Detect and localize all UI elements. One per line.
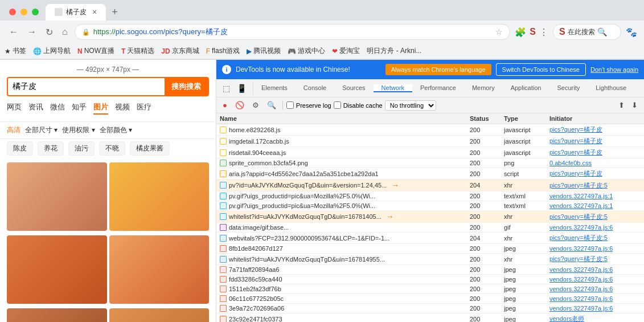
bookmark-item-2[interactable]: N NOW直播 [77,46,114,56]
sogou-tab-news[interactable]: 资讯 [28,101,43,115]
row-initiator-17[interactable]: vendors.3227497a.js:6 [549,305,641,312]
header-name[interactable]: Name [220,115,470,122]
filter-btn[interactable]: ⚙ [249,99,262,111]
tag-chenpi[interactable]: 陈皮 [7,141,33,156]
tab-security[interactable]: Security [549,84,588,92]
sogou-tab-images[interactable]: 图片 [93,101,108,115]
home-button[interactable]: ⌂ [60,26,70,38]
profile-btn[interactable]: S [530,27,536,37]
match-language-button[interactable]: Always match Chrome's language [385,64,491,75]
inspect-element-btn[interactable]: ⬚ [220,81,233,95]
bookmark-item-8[interactable]: ❤ 爱淘宝 [332,46,360,56]
image-item-3[interactable] [7,235,107,304]
network-row-7[interactable]: pv.gif?uigs_productid=pic&ua=Mozilla%2F5… [216,201,644,211]
row-initiator-6[interactable]: vendors.3227497a.js:1 [549,193,641,199]
tab-close-btn[interactable]: × [92,7,97,17]
image-item-2[interactable] [109,162,210,231]
throttling-select[interactable]: No throttling [385,100,436,111]
network-row-9[interactable]: data:image/gif;base... 200 gif vendors.3… [216,223,644,233]
tab-lighthouse[interactable]: Lighthouse [588,84,634,92]
row-initiator-12[interactable]: pics?query=橘子皮:5 [549,255,641,263]
preserve-log-input[interactable] [286,101,294,109]
export-btn[interactable]: ⬇ [629,99,641,111]
row-initiator-18[interactable]: vendors老师 [549,315,641,322]
more-btn[interactable]: ⋮ [539,27,548,38]
filter-license[interactable]: 使用权限 ▾ [62,125,95,135]
sogou-tab-medical[interactable]: 医疗 [137,101,151,115]
filter-hd[interactable]: 高清 [7,125,20,135]
bookmark-item-7[interactable]: 🎮 游戏中心 [288,46,325,56]
record-btn[interactable]: ● [220,99,230,111]
network-row-5[interactable]: pv?id=uAkJVYKdMozGquqTgD&uin=&version=1.… [216,180,644,191]
network-row-11[interactable]: 8fb1de842067d127 200 jpeg vendors.322749… [216,244,644,254]
network-row-8[interactable]: whitelist?id=uAkJVYKdMozGquqTgD&uin=1678… [216,211,644,223]
header-type[interactable]: Type [504,115,549,122]
url-bar[interactable]: 🔒 https://pic.sogou.com/pics?query=橘子皮 ☆ [75,24,511,40]
tag-buxiao[interactable]: 不晓 [99,141,125,156]
row-initiator-4[interactable]: pics?query=橘子皮 [549,169,641,178]
tab-sources[interactable]: Sources [334,84,373,92]
image-item-5[interactable] [7,308,107,322]
active-tab[interactable]: 橘子皮 × [46,4,106,21]
tag-yanghua[interactable]: 养花 [38,141,64,156]
network-row-6[interactable]: pv.gif?uigs_productid=pic&ua=Mozilla%2F5… [216,191,644,201]
bookmark-item-1[interactable]: 🌐 上网导航 [33,46,71,56]
network-row-4[interactable]: aria.js?appid=c4d5562ec7daa12a5a351cbe1a… [216,168,644,180]
tab-elements[interactable]: Elements [253,84,296,92]
row-initiator-7[interactable]: vendors.3227497a.js:1 [549,202,641,209]
bookmark-item-5[interactable]: F flash游戏 [206,46,240,56]
header-status[interactable]: Status [470,115,504,122]
sogou-search-button[interactable]: 搜狗搜索 [165,78,208,95]
device-mode-btn[interactable]: 📱 [234,81,249,95]
network-row-15[interactable]: 1511eb2fa23df76b 200 jpeg vendors.322749… [216,284,644,294]
network-row-2[interactable]: risdetail.904ceeaa.js 200 javascript pic… [216,147,644,158]
image-item-4[interactable] [109,235,210,304]
sogou-tab-wechat[interactable]: 微信 [50,101,65,115]
reload-button[interactable]: ↻ [43,26,55,39]
search-box[interactable]: S 在此搜索 🔍 [553,24,621,40]
sogou-tab-webpage[interactable]: 网页 [7,101,22,115]
sogou-tab-zhihu[interactable]: 知乎 [72,101,87,115]
image-item-1[interactable] [7,162,107,231]
image-item-6[interactable] [109,308,210,322]
network-row-0[interactable]: home.e8292268.js 200 javascript pics?que… [216,124,644,136]
back-button[interactable]: ← [7,26,20,38]
row-initiator-0[interactable]: pics?query=橘子皮 [549,125,641,134]
row-initiator-1[interactable]: pics?query=橘子皮 [549,137,641,145]
network-row-14[interactable]: fdd33286c59ca440 200 jpeg vendors.322749… [216,275,644,284]
tag-jam[interactable]: 橘皮果酱 [130,141,170,156]
tag-youwu[interactable]: 油污 [68,141,95,156]
disable-cache-input[interactable] [334,101,341,109]
import-btn[interactable]: ⬆ [616,99,627,111]
network-row-17[interactable]: 3e9a72c702696a06 200 jpeg vendors.322749… [216,304,644,313]
row-initiator-11[interactable]: vendors.3227497a.js:6 [549,245,641,252]
network-row-3[interactable]: sprite_common.b3cfa54.png 200 png 0.ab4c… [216,158,644,168]
row-initiator-3[interactable]: 0.ab4cfe0b.css [549,160,641,166]
network-row-12[interactable]: whitelist?id=uAkJVYKdMozGquqTgD&uin=1678… [216,254,644,265]
network-row-10[interactable]: webvitals?FCP=2312.9000000953674&LCP=-1&… [216,233,644,244]
network-row-16[interactable]: 06c11c677252b05c 200 jpeg vendors.322749… [216,294,644,304]
bookmark-item-9[interactable]: 明日方舟 - Arkni... [367,46,421,56]
header-initiator[interactable]: Initiator [549,115,641,122]
close-window-btn[interactable] [9,9,16,15]
tab-performance[interactable]: Performance [412,84,464,92]
network-row-18[interactable]: 23c92e2471fc0373 200 jpeg vendors老师 [216,313,644,322]
bookmark-item-6[interactable]: ▶ 腾讯视频 [247,46,281,56]
row-initiator-9[interactable]: vendors.3227497a.js:6 [549,224,641,231]
preserve-log-checkbox[interactable]: Preserve log [286,101,331,109]
switch-to-chinese-button[interactable]: Switch DevTools to Chinese [496,63,586,76]
sogou-search-input[interactable] [8,79,165,95]
network-row-1[interactable]: imgdetail.172cacbb.js 200 javascript pic… [216,136,644,147]
sogou-tab-video[interactable]: 视频 [115,101,130,115]
new-tab-button[interactable]: + [108,5,121,19]
row-initiator-10[interactable]: pics?query=橘子皮:5 [549,234,641,242]
extension-btn[interactable]: 🐾 [626,27,637,38]
bookmark-item-4[interactable]: JD 京东商城 [161,46,199,56]
tab-network[interactable]: Network [374,84,412,92]
network-row-13[interactable]: 7a71faff20894aa6 200 jpeg vendors.322749… [216,265,644,275]
tab-application[interactable]: Application [503,84,549,92]
tab-memory[interactable]: Memory [464,84,503,92]
extensions-btn[interactable]: 🧩 [515,27,526,38]
row-initiator-8[interactable]: pics?query=橘子皮:5 [549,213,641,221]
row-initiator-5[interactable]: pics?query=橘子皮:5 [549,181,641,190]
